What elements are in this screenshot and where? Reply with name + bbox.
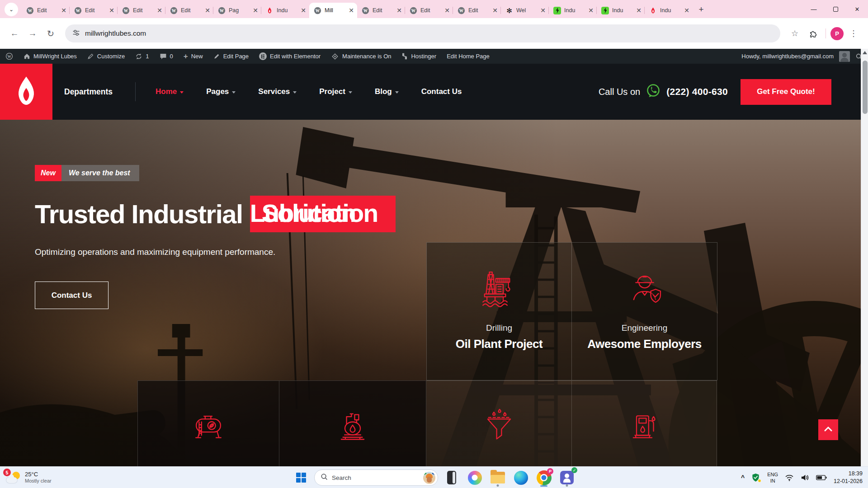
taskbar-app-teams[interactable]: ✓ xyxy=(557,468,576,488)
wp-logo-menu[interactable]: W xyxy=(5,52,13,60)
browser-tab[interactable]: ✻Wel✕ xyxy=(501,3,549,18)
admin-comments[interactable]: 0 xyxy=(160,53,173,60)
admin-hostinger[interactable]: Hostinger xyxy=(401,53,436,60)
admin-site-name[interactable]: MillWright Lubes xyxy=(24,53,77,60)
tab-close-icon[interactable]: ✕ xyxy=(109,7,114,14)
browser-tab-active[interactable]: WMill✕ xyxy=(309,3,357,18)
tab-close-icon[interactable]: ✕ xyxy=(301,7,306,14)
browser-tab[interactable]: WEdit✕ xyxy=(70,3,118,18)
page-scrollbar[interactable] xyxy=(861,49,868,466)
nav-services[interactable]: Services xyxy=(258,87,297,96)
whatsapp-icon[interactable] xyxy=(646,83,661,100)
icon-card[interactable] xyxy=(137,380,279,466)
windows-logo-icon xyxy=(296,473,306,483)
back-button[interactable]: ← xyxy=(6,25,23,42)
feature-card[interactable]: Engineering Awesome Employers xyxy=(572,242,717,380)
browser-tab[interactable]: Indu✕ xyxy=(597,3,645,18)
site-logo[interactable] xyxy=(0,64,52,120)
browser-tab[interactable]: WPag✕ xyxy=(213,3,261,18)
url-text[interactable]: millwrightlubes.com xyxy=(85,29,146,38)
hidden-icons-chevron[interactable]: ^ xyxy=(741,474,745,481)
tab-close-icon[interactable]: ✕ xyxy=(636,7,642,14)
reload-button[interactable]: ↻ xyxy=(42,25,59,42)
tab-close-icon[interactable]: ✕ xyxy=(684,7,689,14)
taskbar-app-file-explorer[interactable] xyxy=(488,468,507,488)
tab-close-icon[interactable]: ✕ xyxy=(157,7,162,14)
admin-new[interactable]: +New xyxy=(184,52,203,61)
taskbar-app-edge[interactable] xyxy=(511,468,530,488)
get-free-quote-button[interactable]: Get Free Quote! xyxy=(741,79,831,105)
antivirus-shield-icon[interactable] xyxy=(751,473,760,482)
browser-tab[interactable]: WEdit✕ xyxy=(453,3,501,18)
admin-edit-elementor[interactable]: Edit with Elementor xyxy=(259,52,321,60)
nav-departments[interactable]: Departments xyxy=(64,87,113,97)
window-minimize-button[interactable]: — xyxy=(803,0,825,18)
tab-close-icon[interactable]: ✕ xyxy=(61,7,66,14)
nav-blog[interactable]: Blog xyxy=(375,87,399,96)
tab-close-icon[interactable]: ✕ xyxy=(540,7,546,14)
taskbar-clock[interactable]: 18:3912-01-2026 xyxy=(834,470,863,485)
site-settings-icon[interactable] xyxy=(72,29,80,38)
extensions-icon[interactable] xyxy=(805,25,821,42)
admin-avatar[interactable] xyxy=(839,51,850,62)
browser-tab[interactable]: Indu✕ xyxy=(261,3,309,18)
wifi-icon[interactable] xyxy=(785,474,794,481)
profile-avatar[interactable]: P xyxy=(830,27,844,40)
volume-icon[interactable] xyxy=(801,474,809,481)
icon-card[interactable] xyxy=(426,380,572,466)
scroll-to-top-button[interactable] xyxy=(818,419,838,440)
start-button[interactable] xyxy=(292,469,310,487)
window-maximize-button[interactable] xyxy=(825,0,846,18)
browser-tab[interactable]: Indu✕ xyxy=(645,3,693,18)
nav-project[interactable]: Project xyxy=(319,87,352,96)
forward-button[interactable]: → xyxy=(24,25,41,42)
tab-close-icon[interactable]: ✕ xyxy=(492,7,498,14)
phone-number[interactable]: (222) 400-630 xyxy=(666,86,728,97)
tab-close-icon[interactable]: ✕ xyxy=(349,7,354,14)
admin-edit-home[interactable]: Edit Home Page xyxy=(447,53,490,60)
scrollbar-thumb[interactable] xyxy=(863,61,868,114)
browser-tab[interactable]: WEdit✕ xyxy=(22,3,70,18)
browser-tab[interactable]: WEdit✕ xyxy=(165,3,213,18)
tab-close-icon[interactable]: ✕ xyxy=(396,7,402,14)
menu-dots-icon[interactable]: ⋮ xyxy=(845,25,862,42)
tab-close-icon[interactable]: ✕ xyxy=(205,7,210,14)
admin-updates[interactable]: 1 xyxy=(135,53,149,60)
icon-card[interactable] xyxy=(279,380,426,466)
tab-close-icon[interactable]: ✕ xyxy=(588,7,594,14)
taskbar-app-phone-link[interactable] xyxy=(442,468,461,488)
taskbar-app-copilot[interactable] xyxy=(465,468,484,488)
scrollbar-up-arrow[interactable] xyxy=(863,51,867,54)
bookmark-star-icon[interactable]: ☆ xyxy=(787,25,803,42)
tab-search-button[interactable]: ⌄ xyxy=(5,3,18,16)
main-nav: Home Pages Services Project Blog Contact… xyxy=(156,87,462,96)
taskbar-app-chrome[interactable]: P xyxy=(534,468,553,488)
weather-temp: 25°C xyxy=(25,471,52,478)
nav-pages[interactable]: Pages xyxy=(206,87,236,96)
new-tab-button[interactable]: + xyxy=(694,3,708,16)
address-bar[interactable]: millwrightlubes.com xyxy=(65,24,780,42)
nav-contact-us[interactable]: Contact Us xyxy=(421,87,462,96)
search-highlight-avatar[interactable] xyxy=(423,472,435,484)
contact-us-button[interactable]: Contact Us xyxy=(35,282,108,309)
browser-tab[interactable]: WEdit✕ xyxy=(405,3,453,18)
window-close-button[interactable]: ✕ xyxy=(846,0,868,18)
browser-tab[interactable]: Indu✕ xyxy=(549,3,597,18)
icon-card[interactable] xyxy=(572,380,717,466)
admin-howdy[interactable]: Howdy, millwrightlubes@gmail.com xyxy=(741,53,834,60)
browser-tab[interactable]: WEdit✕ xyxy=(357,3,405,18)
nav-home[interactable]: Home xyxy=(156,87,184,96)
admin-customize[interactable]: Customize xyxy=(87,53,125,60)
admin-maintenance[interactable]: Maintenance is On xyxy=(331,52,391,61)
browser-tab[interactable]: WEdit✕ xyxy=(118,3,165,18)
tab-close-icon[interactable]: ✕ xyxy=(253,7,258,14)
wordpress-favicon: W xyxy=(122,7,130,14)
taskbar-search[interactable]: Search xyxy=(314,469,438,486)
feature-card[interactable]: Drilling Oil Plant Project xyxy=(426,242,572,380)
taskbar-weather-widget[interactable]: 5 25°C Mostly clear xyxy=(6,467,52,488)
language-indicator[interactable]: ENGIN xyxy=(767,471,778,484)
admin-edit-page[interactable]: Edit Page xyxy=(213,53,249,60)
battery-icon[interactable] xyxy=(816,475,827,480)
site-viewport: Departments Home Pages Services Project … xyxy=(0,64,861,466)
tab-close-icon[interactable]: ✕ xyxy=(444,7,450,14)
